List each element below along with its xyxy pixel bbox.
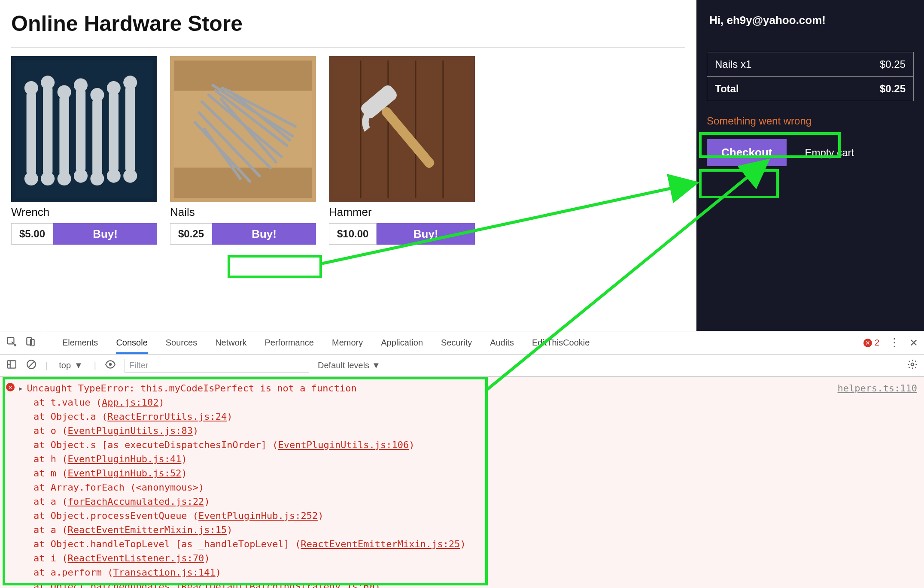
buy-button-nails[interactable]: Buy!	[212, 223, 316, 245]
stack-frame: at Object.s [as executeDispatchesInOrder…	[6, 438, 918, 452]
stack-frame: at t.value (App.js:102)	[6, 395, 918, 409]
cart-item-label: Nails x1	[715, 58, 751, 70]
svg-rect-6	[109, 91, 119, 173]
expand-icon[interactable]: ▶	[19, 384, 22, 393]
devtools-tab-audits[interactable]: Audits	[490, 338, 514, 348]
svg-point-8	[24, 81, 38, 95]
inspect-icon[interactable]	[6, 336, 17, 349]
cart-total-row: Total $0.25	[707, 76, 913, 101]
product-name: Hammer	[329, 206, 475, 219]
product-name: Wrench	[11, 206, 157, 219]
product-card-hammer: Hammer $10.00 Buy!	[329, 56, 475, 245]
svg-point-19	[90, 172, 104, 185]
source-link[interactable]: ReactEventEmitterMixin.js:15	[67, 524, 227, 535]
buy-button-hammer[interactable]: Buy!	[377, 223, 475, 245]
stack-frame: at m (EventPluginHub.js:52)	[6, 466, 918, 480]
svg-point-14	[123, 76, 137, 89]
context-value: top	[59, 361, 71, 370]
product-grid: Wrench $5.00 Buy!	[11, 56, 685, 245]
product-price: $5.00	[11, 223, 53, 245]
source-link[interactable]: App.js:102	[102, 397, 158, 408]
devtools-tab-elements[interactable]: Elements	[62, 338, 98, 348]
product-name: Nails	[170, 206, 316, 219]
clear-console-icon[interactable]	[26, 359, 37, 372]
product-image-hammer	[329, 56, 475, 202]
devtools-tab-editthiscookie[interactable]: EditThisCookie	[532, 338, 590, 348]
svg-point-13	[107, 81, 121, 95]
svg-point-18	[74, 169, 88, 183]
error-count-badge[interactable]: ✕ 2	[863, 338, 879, 348]
source-link[interactable]: forEachAccumulated.js:22	[67, 496, 204, 507]
stack-frame: at a (forEachAccumulated.js:22)	[6, 494, 918, 509]
error-icon: ✕	[6, 383, 15, 391]
source-link[interactable]: ReactEventListener.js:70	[67, 553, 204, 564]
divider	[11, 47, 685, 48]
app-region: Online Hardware Store	[0, 0, 924, 331]
source-link[interactable]: ReactDefaultBatchingStrategy.js:60	[181, 581, 374, 588]
context-selector[interactable]: top ▼	[56, 360, 85, 371]
stack-frame: at a.perform (Transaction.js:141)	[6, 565, 918, 579]
devtools-panel: ElementsConsoleSourcesNetworkPerformance…	[0, 331, 924, 588]
svg-point-9	[41, 76, 55, 89]
devtools-tab-console[interactable]: Console	[116, 338, 147, 354]
live-expression-icon[interactable]	[105, 359, 116, 372]
checkout-button[interactable]: Checkout	[707, 139, 787, 166]
product-price: $10.00	[329, 223, 377, 245]
svg-point-50	[911, 363, 914, 366]
devtools-tab-security[interactable]: Security	[441, 338, 472, 348]
greeting-text: Hi, eh9y@yahoo.com!	[709, 14, 914, 27]
gear-icon[interactable]	[907, 359, 918, 372]
page-title: Online Hardware Store	[11, 11, 685, 36]
stack-frame: at i (ReactEventListener.js:70)	[6, 551, 918, 565]
svg-rect-2	[43, 85, 52, 176]
source-link[interactable]: EventPluginUtils.js:83	[67, 425, 192, 436]
svg-rect-5	[92, 97, 102, 177]
svg-point-15	[24, 172, 38, 185]
product-card-wrench: Wrench $5.00 Buy!	[11, 56, 157, 245]
source-link[interactable]: EventPluginUtils.js:106	[278, 439, 409, 450]
source-link[interactable]: ReactEventEmitterMixin.js:25	[301, 539, 460, 549]
kebab-menu-icon[interactable]: ⋮	[889, 336, 900, 349]
devtools-tab-network[interactable]: Network	[215, 338, 246, 348]
product-image-nails	[170, 56, 316, 202]
error-count-value: 2	[875, 338, 879, 348]
devtools-tab-memory[interactable]: Memory	[332, 338, 363, 348]
log-levels-value: Default levels	[318, 361, 369, 370]
close-icon[interactable]: ✕	[909, 337, 918, 349]
svg-point-49	[109, 363, 112, 366]
empty-cart-link[interactable]: Empty cart	[805, 147, 854, 159]
source-link[interactable]: Transaction.js:141	[113, 567, 215, 578]
svg-rect-1	[27, 91, 36, 176]
cart-total-label: Total	[715, 83, 739, 95]
svg-point-11	[74, 79, 88, 92]
console-toolbar: | top ▼ | Filter Default levels ▼	[0, 355, 924, 377]
product-card-nails: Nails $0.25 Buy!	[170, 56, 316, 245]
stack-frame: at o (EventPluginUtils.js:83)	[6, 424, 918, 438]
source-link[interactable]: helpers.ts:110	[838, 381, 917, 395]
source-link[interactable]: EventPluginHub.js:52	[67, 468, 181, 479]
device-icon[interactable]	[25, 336, 36, 349]
error-icon: ✕	[863, 339, 872, 347]
devtools-tab-sources[interactable]: Sources	[166, 338, 197, 348]
log-levels-selector[interactable]: Default levels ▼	[318, 361, 380, 370]
filter-input[interactable]: Filter	[125, 359, 309, 373]
chevron-down-icon: ▼	[372, 361, 380, 370]
source-link[interactable]: EventPluginHub.js:41	[67, 454, 181, 464]
svg-rect-3	[59, 95, 69, 177]
main-content: Online Hardware Store	[0, 0, 696, 331]
product-price: $0.25	[170, 223, 212, 245]
buy-button-wrench[interactable]: Buy!	[53, 223, 157, 245]
devtools-tabbar: ElementsConsoleSourcesNetworkPerformance…	[0, 331, 924, 355]
svg-point-20	[107, 169, 121, 183]
chevron-down-icon: ▼	[74, 361, 83, 370]
product-image-wrench	[11, 56, 157, 202]
svg-rect-4	[76, 88, 85, 173]
cart-summary: Nails x1 $0.25 Total $0.25	[707, 52, 914, 101]
source-link[interactable]: EventPluginHub.js:252	[198, 510, 318, 521]
devtools-tab-application[interactable]: Application	[381, 338, 423, 348]
console-sidebar-toggle-icon[interactable]	[6, 359, 17, 372]
cart-sidebar: Hi, eh9y@yahoo.com! Nails x1 $0.25 Total…	[696, 0, 924, 331]
console-output: helpers.ts:110 ✕ ▶ Uncaught TypeError: t…	[0, 377, 924, 588]
devtools-tab-performance[interactable]: Performance	[265, 338, 314, 348]
source-link[interactable]: ReactErrorUtils.js:24	[107, 411, 227, 422]
